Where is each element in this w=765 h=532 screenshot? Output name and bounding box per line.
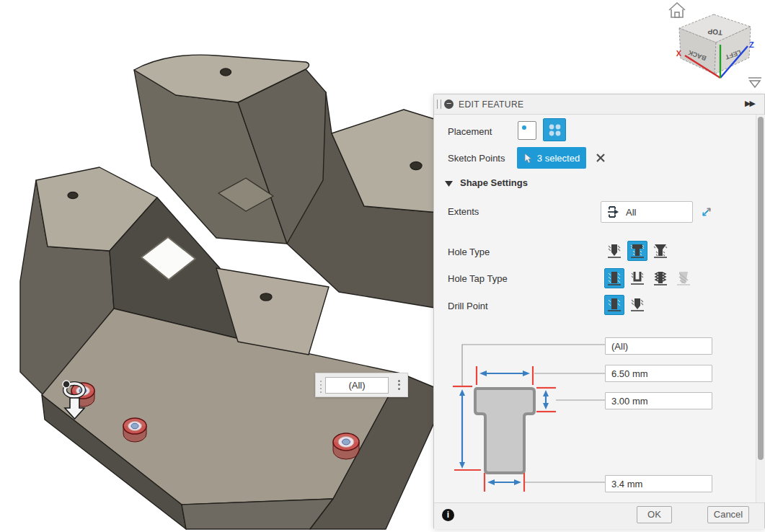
bracket-model[interactable] — [20, 55, 448, 529]
extent-depth-inline-input[interactable]: (All) — [325, 377, 389, 394]
flip-direction-icon[interactable] — [699, 205, 714, 219]
drag-handle-icon[interactable] — [319, 378, 323, 393]
fusion360-canvas: { "viewcube": { "top_label": "TOP", "bac… — [0, 0, 765, 532]
dock-panel-icon[interactable]: ▶▶ — [745, 99, 754, 108]
taper-tapped-hole-icon — [676, 270, 691, 286]
more-options-kebab-icon[interactable] — [394, 378, 403, 394]
gusset-hole-back[interactable] — [221, 68, 231, 76]
floating-extent-toolbar: (All) — [315, 373, 408, 397]
tap-type-simple-button[interactable] — [604, 268, 624, 288]
counterbore-hole-icon — [629, 243, 645, 259]
z-axis-label: Z — [749, 40, 754, 49]
extent-all-icon — [606, 205, 620, 219]
drill-point-flat-button[interactable] — [604, 295, 624, 315]
placement-multiple-points-button[interactable] — [543, 118, 566, 141]
placement-label: Placement — [448, 126, 492, 137]
tapped-hole-icon — [653, 270, 668, 286]
hole-type-simple-button[interactable] — [604, 241, 624, 261]
gusset-hole-right[interactable] — [410, 162, 422, 170]
dialog-footer: i OK Cancel — [434, 502, 764, 529]
simple-tap-icon — [606, 270, 622, 286]
viewcube-top-label[interactable]: TOP — [707, 27, 723, 37]
placement-single-point-button[interactable] — [518, 121, 536, 140]
tap-type-tapped-button[interactable] — [650, 268, 671, 288]
extents-dropdown[interactable]: All — [601, 201, 693, 223]
tap-type-taper-tapped-button-disabled — [673, 268, 694, 288]
extents-value: All — [626, 207, 636, 218]
rotate-handle-icon[interactable] — [63, 381, 70, 388]
angle-drill-point-icon — [629, 297, 645, 313]
sketch-points-selection-button[interactable]: 3 selected — [517, 147, 586, 169]
hole-preview-2[interactable] — [123, 418, 146, 442]
section-collapse-chevron-icon[interactable] — [445, 180, 453, 187]
cursor-icon — [523, 153, 533, 164]
counterbore-diameter-field[interactable]: 6.50 mm — [605, 365, 712, 382]
feature-edit-icon: – — [444, 99, 454, 109]
hole-diameter-field[interactable]: 3.4 mm — [605, 475, 712, 492]
home-icon[interactable] — [669, 3, 685, 17]
hole-type-countersink-button[interactable] — [650, 241, 671, 261]
hole-type-counterbore-button[interactable] — [627, 241, 647, 261]
sketch-points-count: 3 selected — [537, 153, 580, 164]
gusset-hole-left[interactable] — [68, 192, 78, 199]
clearance-tap-icon — [629, 270, 645, 286]
scrollbar-thumb[interactable] — [758, 117, 764, 460]
sketch-points-label: Sketch Points — [448, 153, 505, 164]
hole-preview-3[interactable] — [333, 433, 359, 459]
viewcube[interactable]: TOP BACK LEFT X Z — [663, 0, 765, 94]
model-front-wall[interactable] — [182, 499, 333, 529]
extents-label: Extents — [448, 206, 479, 217]
ok-button[interactable]: OK — [637, 506, 672, 523]
counterbore-depth-field[interactable]: 3.00 mm — [605, 392, 712, 409]
single-point-icon — [519, 123, 535, 138]
edit-feature-dialog: – EDIT FEATURE ▶▶ Placement Sketch Point… — [433, 94, 765, 528]
drill-point-label: Drill Point — [448, 301, 488, 311]
viewcube-menu-chevron-icon[interactable] — [748, 78, 761, 87]
counterbore-profile — [475, 389, 534, 473]
extent-depth-field[interactable]: (All) — [605, 337, 712, 355]
hole-type-label: Hole Type — [448, 247, 490, 257]
cancel-button[interactable]: Cancel — [707, 506, 749, 523]
dialog-scrollbar[interactable] — [756, 115, 765, 502]
info-icon[interactable]: i — [442, 509, 454, 521]
hole-tap-type-label: Hole Tap Type — [448, 273, 508, 284]
x-axis-label: X — [676, 49, 682, 58]
shape-settings-header[interactable]: Shape Settings — [460, 177, 528, 188]
flat-drill-point-icon — [606, 297, 622, 313]
drill-point-angle-button[interactable] — [627, 295, 647, 315]
dialog-drag-grip-icon[interactable] — [437, 99, 441, 109]
multiple-points-icon — [546, 121, 563, 138]
simple-hole-icon — [606, 243, 622, 259]
clear-selection-x-icon[interactable] — [596, 153, 606, 163]
gusset-hole-center[interactable] — [260, 293, 272, 301]
countersink-hole-icon — [653, 243, 668, 259]
dialog-title: EDIT FEATURE — [459, 99, 523, 110]
tap-type-clearance-button[interactable] — [627, 268, 647, 288]
dialog-titlebar[interactable]: – EDIT FEATURE ▶▶ — [434, 94, 764, 115]
